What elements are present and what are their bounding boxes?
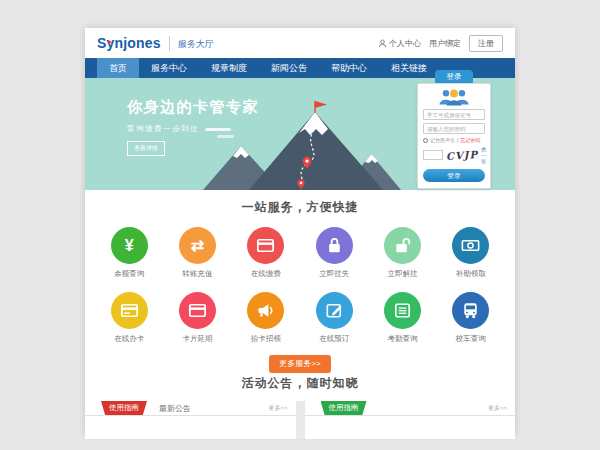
service-item[interactable]: 在线预订 — [300, 292, 368, 344]
login-panel: 登录 记住用户名 | 忘记密码 CVJP 换一张 — [417, 70, 491, 189]
remember-separator: | — [457, 137, 458, 143]
card-icon — [186, 299, 209, 322]
service-label: 补助领取 — [437, 269, 505, 279]
personal-center-label: 个人中心 — [389, 38, 421, 49]
password-input[interactable] — [423, 123, 485, 134]
service-item[interactable]: 考勤查询 — [368, 292, 436, 344]
more-services-button[interactable]: 更多服务>> — [269, 355, 330, 373]
service-item[interactable]: ⇄ 转账充值 — [163, 227, 231, 279]
online-card-application-icon[interactable] — [111, 292, 148, 329]
hero-cta-button[interactable]: 查看详情 — [127, 141, 165, 156]
mountain-illustration — [203, 100, 403, 190]
user-icon — [378, 39, 387, 48]
online-payment-card-icon[interactable] — [247, 227, 284, 264]
left-ribbon-tab[interactable]: 使用指南 — [101, 401, 147, 415]
hero-banner: 你身边的卡管专家 查询缴费一步到位 查看详情 登录 — [85, 78, 515, 190]
register-button[interactable]: 注册 — [469, 35, 503, 52]
announcement-panels: 使用指南 最新公告 更多>> 使用指南 更多>> — [85, 401, 515, 439]
latest-announcements-tab[interactable]: 最新公告 — [159, 403, 191, 414]
username-input[interactable] — [423, 109, 485, 120]
header-utility-links: 个人中心 用户绑定 注册 — [378, 35, 503, 52]
logo-arrow-icon — [108, 40, 112, 44]
service-label: 余额查询 — [95, 269, 163, 279]
unlock-icon — [391, 234, 414, 257]
card-icon — [254, 234, 277, 257]
found-card-megaphone-icon[interactable] — [247, 292, 284, 329]
login-form: 记住用户名 | 忘记密码 CVJP 换一张 登录 — [417, 83, 491, 189]
megaphone-icon — [254, 299, 277, 322]
service-label: 在线办卡 — [95, 334, 163, 344]
login-tab[interactable]: 登录 — [435, 70, 473, 83]
service-label: 卡片延期 — [163, 334, 231, 344]
right-tabbar: 使用指南 更多>> — [305, 401, 516, 416]
unfreeze-unlock-icon[interactable] — [384, 227, 421, 264]
login-button[interactable]: 登录 — [423, 169, 485, 182]
transfer-arrows-glyph: ⇄ — [191, 238, 204, 254]
nav-item-help-center[interactable]: 帮助中心 — [319, 58, 379, 78]
card-icon — [118, 299, 141, 322]
services-section: 一站服务，方便快捷 ¥ 余额查询 ⇄ 转账充值 在线缴费 — [85, 190, 515, 365]
captcha-row: CVJP 换一张 — [423, 146, 485, 164]
list-icon — [391, 299, 414, 322]
right-more-link[interactable]: 更多>> — [488, 404, 507, 413]
left-more-link[interactable]: 更多>> — [268, 404, 287, 413]
users-group-icon — [434, 87, 474, 107]
service-item[interactable]: 在线办卡 — [95, 292, 163, 344]
yuan-glyph: ¥ — [125, 238, 134, 254]
bus-icon — [459, 299, 482, 322]
service-label: 在线缴费 — [232, 269, 300, 279]
services-title: 一站服务，方便快捷 — [85, 199, 515, 216]
balance-inquiry-icon[interactable]: ¥ — [111, 227, 148, 264]
service-item[interactable]: 在线缴费 — [232, 227, 300, 279]
announcements-section: 活动公告，随时知晓 使用指南 最新公告 更多>> 使用指南 更多>> — [85, 365, 515, 439]
right-ribbon-tab[interactable]: 使用指南 — [321, 401, 367, 415]
forgot-password-link[interactable]: 忘记密码 — [460, 137, 480, 143]
remember-row: 记住用户名 | 忘记密码 — [423, 137, 485, 143]
service-item[interactable]: 校车查询 — [437, 292, 505, 344]
left-tabbar: 使用指南 最新公告 更多>> — [85, 401, 296, 416]
captcha-input[interactable] — [423, 150, 443, 160]
nav-item-service-center[interactable]: 服务中心 — [139, 58, 199, 78]
service-item[interactable]: 补助领取 — [437, 227, 505, 279]
online-booking-edit-icon[interactable] — [316, 292, 353, 329]
announcement-panel-right: 使用指南 更多>> — [305, 401, 516, 439]
service-item[interactable]: 立即挂失 — [300, 227, 368, 279]
right-panel-body — [305, 416, 516, 439]
service-label: 考勤查询 — [368, 334, 436, 344]
user-binding-label: 用户绑定 — [429, 38, 461, 49]
service-label: 拾卡招领 — [232, 334, 300, 344]
report-loss-lock-icon[interactable] — [316, 227, 353, 264]
remember-label: 记住用户名 — [430, 137, 455, 143]
service-item[interactable]: ¥ 余额查询 — [95, 227, 163, 279]
captcha-image[interactable]: CVJP — [446, 148, 479, 161]
remember-checkbox[interactable] — [423, 138, 428, 143]
services-grid: ¥ 余额查询 ⇄ 转账充值 在线缴费 立即挂失 — [85, 227, 515, 344]
service-item[interactable]: 卡片延期 — [163, 292, 231, 344]
nav-item-home[interactable]: 首页 — [97, 58, 139, 78]
user-binding-link[interactable]: 用户绑定 — [429, 38, 461, 49]
subsidy-banknote-icon[interactable] — [452, 227, 489, 264]
card-renewal-icon[interactable] — [179, 292, 216, 329]
service-item[interactable]: 立即解挂 — [368, 227, 436, 279]
personal-center-link[interactable]: 个人中心 — [378, 38, 421, 49]
school-bus-icon[interactable] — [452, 292, 489, 329]
edit-icon — [323, 299, 346, 322]
nav-item-news[interactable]: 新闻公告 — [259, 58, 319, 78]
service-label: 转账充值 — [163, 269, 231, 279]
brand-logo[interactable]: Synjones 服务大厅 — [97, 35, 214, 51]
lock-icon — [323, 234, 346, 257]
site-name: 服务大厅 — [169, 36, 214, 51]
site-header: Synjones 服务大厅 个人中心 用户绑定 注册 — [85, 28, 515, 58]
transfer-recharge-icon[interactable]: ⇄ — [179, 227, 216, 264]
service-label: 在线预订 — [300, 334, 368, 344]
announcement-panel-left: 使用指南 最新公告 更多>> — [85, 401, 296, 439]
service-item[interactable]: 拾卡招领 — [232, 292, 300, 344]
nav-item-rules[interactable]: 规章制度 — [199, 58, 259, 78]
captcha-refresh-link[interactable]: 换一张 — [481, 146, 486, 164]
service-label: 立即解挂 — [368, 269, 436, 279]
attendance-list-icon[interactable] — [384, 292, 421, 329]
left-panel-body — [85, 416, 296, 439]
banknote-icon — [459, 234, 482, 257]
service-label: 校车查询 — [437, 334, 505, 344]
website: Synjones 服务大厅 个人中心 用户绑定 注册 首页 服务中心 规章制度 … — [85, 28, 515, 435]
